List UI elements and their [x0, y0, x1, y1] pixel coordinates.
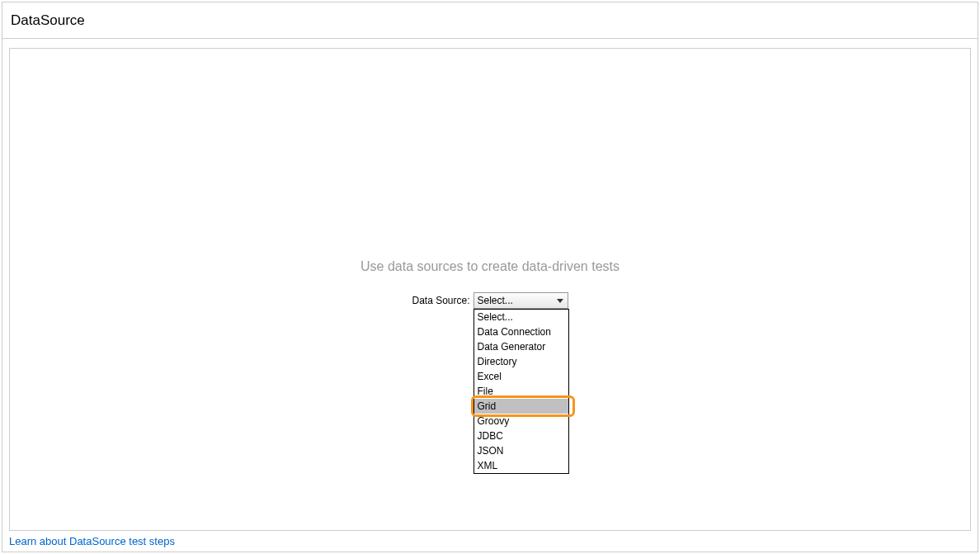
data-source-select[interactable]: Select... Select...Data ConnectionData G…	[474, 292, 568, 309]
prompt-text: Use data sources to create data-driven t…	[10, 259, 970, 274]
dropdown-option[interactable]: JSON	[474, 443, 568, 458]
dropdown-option[interactable]: XML	[474, 458, 568, 473]
dropdown-option[interactable]: JDBC	[474, 429, 568, 443]
data-source-label: Data Source:	[412, 295, 469, 306]
dropdown-option[interactable]: Data Generator	[474, 339, 568, 354]
dropdown-option[interactable]: Excel	[474, 369, 568, 384]
center-block: Use data sources to create data-driven t…	[10, 259, 970, 309]
dropdown-option[interactable]: Groovy	[474, 414, 568, 429]
select-value: Select...	[478, 295, 513, 306]
data-source-row: Data Source: Select... Select...Data Con…	[412, 292, 568, 309]
dropdown-option[interactable]: Directory	[474, 354, 568, 369]
dropdown-option[interactable]: Select...	[474, 310, 568, 324]
content-area: Use data sources to create data-driven t…	[9, 48, 971, 531]
data-source-dropdown: Select...Data ConnectionData GeneratorDi…	[474, 309, 569, 474]
dropdown-option[interactable]: Grid	[474, 399, 568, 414]
panel-title: DataSource	[11, 12, 85, 29]
learn-more-link[interactable]: Learn about DataSource test steps	[9, 535, 175, 547]
panel-header: DataSource	[2, 2, 978, 39]
dropdown-option[interactable]: File	[474, 384, 568, 399]
dropdown-option[interactable]: Data Connection	[474, 324, 568, 339]
datasource-panel: DataSource Use data sources to create da…	[2, 2, 978, 552]
chevron-down-icon	[554, 295, 566, 306]
